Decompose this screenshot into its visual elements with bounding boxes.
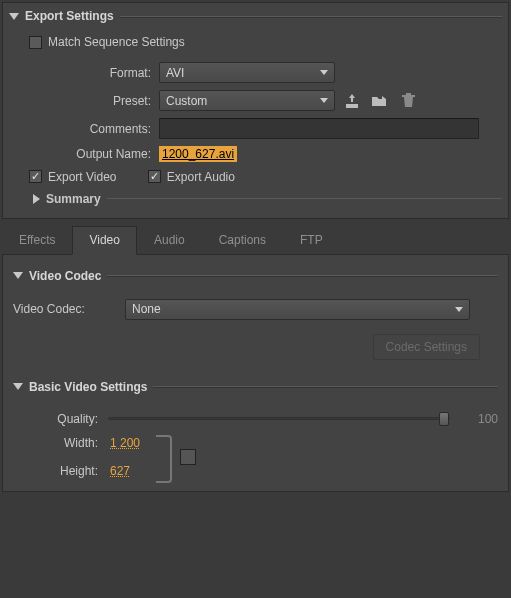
quality-slider-thumb[interactable] xyxy=(439,412,449,426)
comments-label: Comments: xyxy=(9,122,159,136)
video-codec-dropdown[interactable]: None xyxy=(125,299,470,320)
basic-video-header[interactable]: Basic Video Settings xyxy=(13,378,498,400)
disclosure-triangle-down-icon[interactable] xyxy=(13,272,23,279)
codec-settings-row: Codec Settings xyxy=(13,334,480,360)
disclosure-triangle-right-icon[interactable] xyxy=(33,194,40,204)
tab-ftp[interactable]: FTP xyxy=(283,226,340,255)
video-tab-content: Video Codec Video Codec: None Codec Sett… xyxy=(2,255,509,492)
height-value[interactable]: 627 xyxy=(108,464,132,478)
header-divider xyxy=(107,275,498,276)
import-preset-button[interactable] xyxy=(369,91,391,111)
tab-bar: Effects Video Audio Captions FTP xyxy=(2,225,509,255)
codec-settings-button: Codec Settings xyxy=(373,334,480,360)
save-preset-button[interactable] xyxy=(341,91,363,111)
video-codec-title: Video Codec xyxy=(29,269,101,283)
tab-audio[interactable]: Audio xyxy=(137,226,202,255)
height-row: Height: 627 xyxy=(13,464,142,478)
export-checkboxes-row: Export Video Export Audio xyxy=(9,169,502,184)
disclosure-triangle-down-icon[interactable] xyxy=(13,383,23,390)
header-divider xyxy=(107,198,502,199)
tab-video[interactable]: Video xyxy=(72,226,136,255)
video-codec-label: Video Codec: xyxy=(13,302,125,316)
export-settings-header[interactable]: Export Settings xyxy=(9,7,502,29)
export-audio-label: Export Audio xyxy=(167,170,235,184)
match-sequence-label: Match Sequence Settings xyxy=(48,35,185,49)
match-sequence-row: Match Sequence Settings xyxy=(29,35,185,49)
width-row: Width: 1 200 xyxy=(13,436,142,450)
tab-effects[interactable]: Effects xyxy=(2,226,72,255)
preset-row: Preset: Custom xyxy=(9,90,502,111)
video-codec-value: None xyxy=(132,302,161,316)
comments-row: Comments: xyxy=(9,118,502,139)
output-name-label: Output Name: xyxy=(9,147,159,161)
export-video-checkbox[interactable] xyxy=(29,170,42,183)
quality-value: 100 xyxy=(458,412,498,426)
preset-dropdown[interactable]: Custom xyxy=(159,90,335,111)
export-video-label: Export Video xyxy=(48,170,117,184)
header-divider xyxy=(120,16,502,17)
comments-input[interactable] xyxy=(159,118,479,139)
width-value[interactable]: 1 200 xyxy=(108,436,142,450)
dropdown-arrow-icon xyxy=(455,307,463,312)
quality-slider[interactable] xyxy=(108,417,450,420)
format-label: Format: xyxy=(9,66,159,80)
tab-captions[interactable]: Captions xyxy=(202,226,283,255)
header-divider xyxy=(153,386,498,387)
width-label: Width: xyxy=(13,436,108,450)
export-settings-title: Export Settings xyxy=(25,9,114,23)
format-dropdown[interactable]: AVI xyxy=(159,62,335,83)
quality-label: Quality: xyxy=(13,412,108,426)
preset-label: Preset: xyxy=(9,94,159,108)
dimensions-block: Width: 1 200 Height: 627 xyxy=(13,433,498,481)
summary-title: Summary xyxy=(46,192,101,206)
export-settings-panel: Export Settings Match Sequence Settings … xyxy=(2,2,509,219)
link-bracket-icon xyxy=(156,435,172,483)
link-dimensions-checkbox[interactable] xyxy=(180,449,196,465)
export-audio-row: Export Audio xyxy=(148,170,235,184)
export-video-row: Export Video xyxy=(29,170,117,184)
video-codec-row: Video Codec: None xyxy=(13,299,498,320)
preset-value: Custom xyxy=(166,94,207,108)
delete-preset-button[interactable] xyxy=(397,91,419,111)
dropdown-arrow-icon xyxy=(320,70,328,75)
summary-header[interactable]: Summary xyxy=(31,192,502,206)
format-row: Format: AVI xyxy=(9,62,502,83)
video-codec-header[interactable]: Video Codec xyxy=(13,267,498,289)
output-name-link[interactable]: 1200_627.avi xyxy=(159,146,237,162)
basic-video-title: Basic Video Settings xyxy=(29,380,147,394)
dropdown-arrow-icon xyxy=(320,98,328,103)
match-sequence-checkbox[interactable] xyxy=(29,36,42,49)
quality-row: Quality: 100 xyxy=(13,412,498,426)
export-audio-checkbox[interactable] xyxy=(148,170,161,183)
height-label: Height: xyxy=(13,464,108,478)
format-value: AVI xyxy=(166,66,184,80)
disclosure-triangle-down-icon[interactable] xyxy=(9,13,19,20)
output-name-row: Output Name: 1200_627.avi xyxy=(9,146,502,162)
